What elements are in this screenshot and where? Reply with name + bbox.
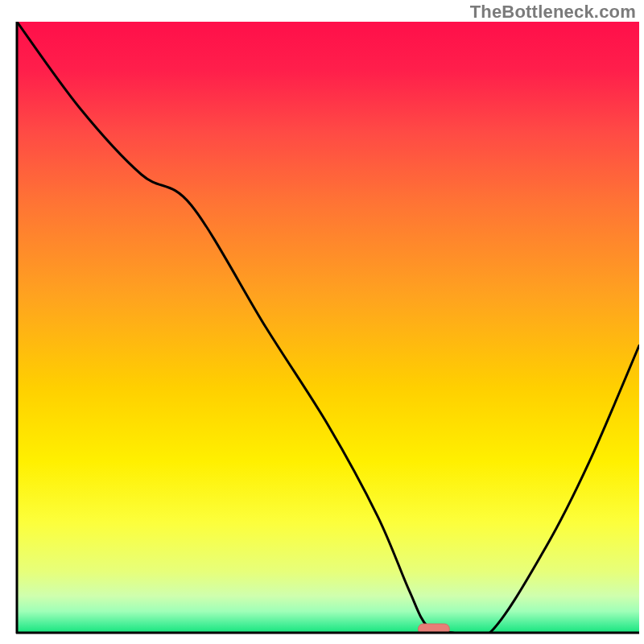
watermark-text: TheBottleneck.com [470, 2, 636, 23]
plot-background [17, 22, 639, 633]
bottleneck-chart [0, 0, 644, 644]
chart-stage: TheBottleneck.com [0, 0, 644, 644]
